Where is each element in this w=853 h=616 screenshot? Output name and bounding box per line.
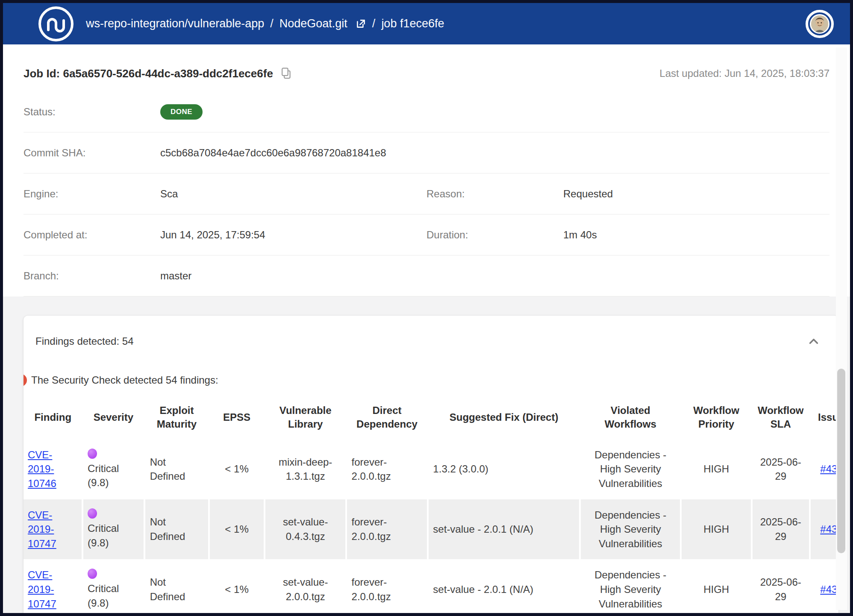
findings-card: Findings detected: 54 The Security Check… [24,316,838,616]
vertical-scrollbar-track[interactable] [836,47,847,610]
findings-scroll-area[interactable]: The Security Check detected 54 findings:… [24,374,838,616]
suggested-fix-value: set-value - 2.0.1 (N/A) [428,499,580,560]
severity-critical-icon [88,508,97,519]
completed-duration-row: Completed at: Jun 14, 2025, 17:59:54 Dur… [24,214,829,255]
mend-logo[interactable] [36,4,76,44]
commit-sha-label: Commit SHA: [24,147,160,159]
suggested-fix-value: 1.3.2 (3.0.0) [428,439,580,499]
col-header-workflow-priority: Workflow Priority [681,396,752,439]
cve-link[interactable]: CVE-2019-10746 [28,449,56,489]
copy-job-id-button[interactable] [280,67,293,80]
breadcrumb-separator: / [270,17,274,30]
cve-link[interactable]: CVE-2019-10747 [28,569,56,609]
last-updated-text: Last updated: Jun 14, 2025, 18:03:37 [659,67,829,79]
avatar-photo [810,14,829,34]
epss-value: < 1% [209,439,265,499]
vulnerable-library-value: set-value-0.4.3.tgz [265,499,346,560]
table-row: CVE-2019-10747 Critical (9.8) Not Define… [24,559,838,616]
breadcrumb-repo-link[interactable]: ws-repo-integration/vulnerable-app [86,17,264,30]
workflow-priority-value: HIGH [681,439,752,499]
branch-value: master [160,270,191,282]
table-row: CVE-2019-10746 Critical (9.8) Not Define… [24,439,838,499]
col-header-finding: Finding [24,396,82,439]
reason-value: Requested [563,188,613,200]
workflow-sla-value: 2025-06-29 [752,499,810,560]
completed-at-label: Completed at: [24,229,160,241]
col-header-exploit-maturity: Exploit Maturity [144,396,209,439]
breadcrumb-job: job f1ece6fe [381,17,444,30]
engine-value: Sca [160,188,178,200]
status-label: Status: [24,106,160,118]
breadcrumb: ws-repo-integration/vulnerable-app / Nod… [86,17,444,30]
findings-card-title: Findings detected: 54 [35,335,134,347]
findings-table: Finding Severity Exploit Maturity EPSS V… [24,396,838,616]
violated-workflows-value: Dependencies - High Severity Vulnerabili… [580,439,681,499]
cve-link[interactable]: CVE-2019-10747 [28,509,56,549]
col-header-epss: EPSS [209,396,265,439]
col-header-direct-dependency: Direct Dependency [346,396,428,439]
user-avatar[interactable] [806,10,834,38]
vertical-scrollbar-thumb[interactable] [837,369,845,553]
vulnerable-library-value: set-value-2.0.0.tgz [265,559,346,616]
direct-dependency-value: forever-2.0.0.tgz [346,439,428,499]
workflow-priority-value: HIGH [681,499,752,560]
col-header-workflow-sla: Workflow SLA [752,396,810,439]
external-link-icon[interactable] [355,18,366,29]
direct-dependency-value: forever-2.0.0.tgz [346,499,428,560]
table-row: CVE-2019-10747 Critical (9.8) Not Define… [24,499,838,560]
severity-critical-icon [88,569,97,579]
col-header-suggested-fix: Suggested Fix (Direct) [428,396,580,439]
suggested-fix-value: set-value - 2.0.1 (N/A) [428,559,580,616]
commit-sha-row: Commit SHA: c5cb68a7084e4ae7dcc60e6a9876… [24,132,829,173]
status-row: Status: DONE [24,91,829,132]
job-id-text: Job Id: 6a5a6570-526d-44dc-a389-ddc2f1ec… [24,67,273,80]
error-circle-icon [24,374,27,387]
exploit-maturity-value: Not Defined [144,439,209,499]
branch-row: Branch: master [24,255,829,296]
severity-critical-icon [88,449,97,459]
severity-value: Critical (9.8) [88,583,119,609]
severity-value: Critical (9.8) [88,522,119,549]
security-check-summary: The Security Check detected 54 findings: [31,374,218,386]
col-header-issue: Issue [810,396,838,439]
epss-value: < 1% [209,559,265,616]
severity-value: Critical (9.8) [88,463,119,489]
direct-dependency-value: forever-2.0.0.tgz [346,559,428,616]
workflow-priority-value: HIGH [681,559,752,616]
violated-workflows-value: Dependencies - High Severity Vulnerabili… [580,559,681,616]
duration-value: 1m 40s [563,229,597,241]
epss-value: < 1% [209,499,265,560]
col-header-vulnerable-library: Vulnerable Library [265,396,346,439]
breadcrumb-project-link[interactable]: NodeGoat.git [279,17,347,30]
duration-label: Duration: [426,229,563,241]
exploit-maturity-value: Not Defined [144,499,209,560]
breadcrumb-separator: / [372,17,376,30]
engine-label: Engine: [24,188,160,200]
mend-wave-logo-icon [36,4,76,44]
vulnerable-library-value: mixin-deep-1.3.1.tgz [265,439,346,499]
workflow-sla-value: 2025-06-29 [752,439,810,499]
branch-label: Branch: [24,270,160,282]
col-header-violated-workflows: Violated Workflows [580,396,681,439]
top-navigation-bar: ws-repo-integration/vulnerable-app / Nod… [3,3,850,44]
table-header-row: Finding Severity Exploit Maturity EPSS V… [24,396,838,439]
collapse-card-button[interactable] [806,334,821,349]
col-header-severity: Severity [82,396,145,439]
status-badge: DONE [160,104,203,120]
chevron-up-icon [808,335,820,347]
findings-section-background: Findings detected: 54 The Security Check… [3,296,850,616]
reason-label: Reason: [426,188,563,200]
workflow-sla-value: 2025-06-29 [752,559,810,616]
engine-reason-row: Engine: Sca Reason: Requested [24,173,829,214]
exploit-maturity-value: Not Defined [144,559,209,616]
job-details-section: Job Id: 6a5a6570-526d-44dc-a389-ddc2f1ec… [3,44,850,296]
commit-sha-value: c5cb68a7084e4ae7dcc60e6a98768720a81841e8 [160,147,386,159]
completed-at-value: Jun 14, 2025, 17:59:54 [160,229,265,241]
violated-workflows-value: Dependencies - High Severity Vulnerabili… [580,499,681,560]
